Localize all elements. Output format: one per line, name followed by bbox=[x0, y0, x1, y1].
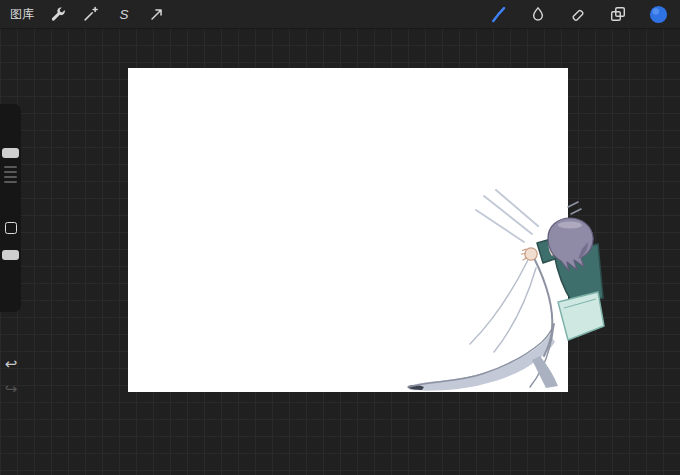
svg-text:S: S bbox=[119, 7, 128, 22]
adjustments-button[interactable] bbox=[81, 4, 101, 24]
redo-button[interactable]: ↪ bbox=[1, 379, 21, 399]
actions-button[interactable] bbox=[48, 4, 68, 24]
smudge-icon bbox=[529, 5, 547, 23]
left-tool-group: S bbox=[48, 4, 167, 24]
wrench-icon bbox=[49, 5, 67, 23]
sidebar-sliders bbox=[0, 104, 21, 312]
right-tool-group bbox=[488, 4, 680, 24]
brush-size-slider[interactable] bbox=[2, 148, 19, 158]
top-toolbar: 图库 S bbox=[0, 0, 680, 29]
gallery-button[interactable]: 图库 bbox=[0, 6, 40, 23]
undo-arrow-icon: ↩ bbox=[5, 355, 18, 372]
transform-button[interactable] bbox=[147, 4, 167, 24]
layers-icon bbox=[609, 5, 627, 23]
opacity-slider[interactable] bbox=[2, 250, 19, 260]
paint-tool-button[interactable] bbox=[488, 4, 508, 24]
grip-line bbox=[4, 166, 17, 168]
grip-line bbox=[4, 176, 17, 178]
layers-button[interactable] bbox=[608, 4, 628, 24]
selection-button[interactable]: S bbox=[114, 4, 134, 24]
redo-arrow-icon: ↪ bbox=[5, 380, 18, 397]
erase-tool-button[interactable] bbox=[568, 4, 588, 24]
magic-wand-icon bbox=[82, 5, 100, 23]
drawing-canvas[interactable] bbox=[128, 68, 568, 392]
eraser-icon bbox=[569, 5, 587, 23]
paint-brush-icon bbox=[489, 5, 508, 24]
selection-s-icon: S bbox=[115, 5, 133, 23]
active-color-swatch[interactable] bbox=[648, 4, 668, 24]
smudge-tool-button[interactable] bbox=[528, 4, 548, 24]
grip-line bbox=[4, 181, 17, 183]
modify-button[interactable] bbox=[5, 222, 17, 234]
transform-arrow-icon bbox=[148, 5, 166, 23]
undo-button[interactable]: ↩ bbox=[1, 354, 21, 374]
grip-line bbox=[4, 171, 17, 173]
